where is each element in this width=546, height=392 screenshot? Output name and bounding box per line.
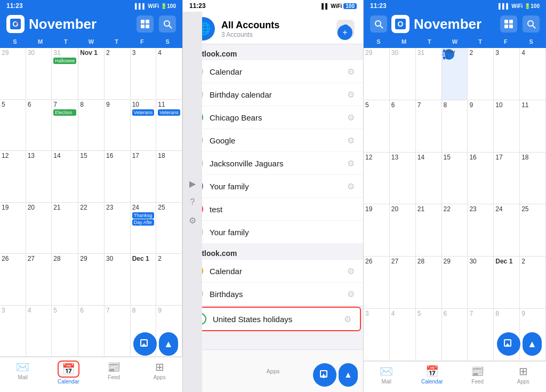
cal-cell[interactable]: 2 (156, 254, 182, 306)
cal-cell[interactable]: 5 (52, 306, 78, 357)
cal-cell[interactable]: 23 (105, 203, 131, 254)
calendar-item-chicago-bears[interactable]: Chicago Bears ⚙ (183, 106, 363, 129)
help-icon[interactable]: ? (190, 197, 195, 207)
cal-cell[interactable]: 27 (26, 254, 52, 306)
cal-cell[interactable]: 13 (390, 153, 416, 205)
cal-cell[interactable]: 12 (0, 151, 26, 203)
cal-cell[interactable]: 16 (105, 151, 131, 203)
cal-cell[interactable]: 30 (26, 48, 52, 100)
cal-cell[interactable]: 19 (0, 203, 26, 254)
cal-cell[interactable]: 3 (0, 306, 26, 357)
gear-icon-4[interactable]: ⚙ (347, 135, 355, 146)
cal-cell[interactable]: 17 (131, 151, 157, 203)
cal-cell[interactable]: 2 (105, 48, 131, 100)
cal-cell[interactable]: 8 (78, 100, 105, 151)
calendar-item-calendar[interactable]: Calendar ⚙ (183, 60, 363, 83)
cal-cell[interactable]: 31Hallowee (52, 48, 78, 100)
outlook-logo-right[interactable]: O (391, 15, 410, 33)
cal-cell[interactable]: 20 (390, 204, 416, 257)
cal-cell[interactable]: 8 (442, 100, 468, 153)
nav-apps-right[interactable]: ⊞ Apps (501, 365, 547, 385)
search-button-right[interactable] (523, 15, 540, 33)
nav-feed[interactable]: 📰 Feed (91, 361, 137, 385)
cal-cell[interactable]: 4 (156, 48, 182, 100)
cal-cell[interactable]: 14 (416, 153, 442, 205)
gear-icon-9[interactable]: ⚙ (344, 314, 351, 324)
calendar-item-birthdays2[interactable]: Birthdays ⚙ (183, 283, 363, 306)
search-button-right-left[interactable] (370, 15, 387, 33)
cal-cell[interactable]: 29 (0, 48, 26, 100)
calendar-item-us-holidays[interactable]: United States holidays ⚙ (185, 307, 361, 331)
gear-icon-7[interactable]: ⚙ (347, 266, 355, 276)
calendar-item-family1[interactable]: Your family ⚙ (183, 175, 363, 198)
gear-icon-3[interactable]: ⚙ (347, 113, 355, 123)
nav-calendar-right[interactable]: 📅 Calendar (410, 365, 455, 385)
expand-fab-right[interactable]: ▲ (523, 332, 542, 356)
cal-cell[interactable]: 29 (442, 257, 468, 309)
cal-cell[interactable]: 11Veterans (156, 100, 182, 151)
cal-cell[interactable]: 22 (78, 203, 105, 254)
cal-cell[interactable]: 29 (78, 254, 105, 306)
cal-cell[interactable]: 4 (26, 306, 52, 357)
cal-cell[interactable]: 26 (0, 254, 26, 306)
cal-cell[interactable]: 3 (364, 309, 390, 361)
nav-apps-left[interactable]: ⊞ Apps (137, 361, 183, 385)
cal-cell[interactable]: 3 (494, 48, 520, 100)
cal-cell[interactable]: 21 (52, 203, 78, 254)
cal-cell[interactable]: 6 (78, 306, 105, 357)
cal-cell[interactable]: 24 (494, 204, 520, 257)
nav-mail-right[interactable]: ✉️ Mail (364, 365, 410, 385)
cal-cell[interactable]: 16 (468, 153, 494, 205)
cal-cell[interactable]: 9 (468, 100, 494, 153)
search-button-left[interactable] (159, 15, 176, 33)
gear-icon-5[interactable]: ⚙ (347, 158, 355, 169)
cal-cell[interactable]: 22 (442, 204, 468, 257)
cal-cell[interactable]: 28 (52, 254, 78, 306)
cal-cell[interactable]: 17 (494, 153, 520, 205)
cal-cell[interactable]: 29 (364, 48, 390, 100)
cal-cell[interactable]: 25 (520, 204, 546, 257)
cal-cell[interactable]: 30 (390, 48, 416, 100)
cal-cell[interactable]: 10 (494, 100, 520, 153)
cal-cell[interactable]: 26 (364, 257, 390, 309)
nav-mail[interactable]: ✉️ Mail (0, 361, 46, 385)
cal-cell[interactable]: 5 (364, 100, 390, 153)
cal-cell[interactable]: 2 (520, 257, 546, 309)
settings-icon[interactable]: ⚙ (189, 215, 196, 226)
compose-fab-right[interactable] (497, 332, 520, 356)
cal-cell[interactable]: 9 (105, 100, 131, 151)
nav-calendar[interactable]: 📅 Calendar (46, 361, 92, 385)
gear-icon-6[interactable]: ⚙ (347, 181, 355, 191)
event-chip[interactable]: Veterans (158, 109, 180, 116)
event-chip[interactable]: Thanksg (132, 212, 155, 219)
cal-cell[interactable]: 19 (364, 204, 390, 257)
grid-view-button[interactable] (136, 15, 154, 33)
cal-cell[interactable]: 5 (416, 309, 442, 361)
gear-icon-8[interactable]: ⚙ (347, 289, 355, 299)
cal-cell[interactable]: 11 (520, 100, 546, 153)
event-chip[interactable]: Veterans (132, 109, 155, 116)
cal-cell[interactable]: 7 (416, 100, 442, 153)
cal-cell[interactable]: 15 (78, 151, 105, 203)
cal-cell[interactable]: 7 (468, 309, 494, 361)
calendar-item-calendar2[interactable]: ✓ Calendar ⚙ (183, 260, 363, 283)
cal-cell[interactable]: 6 (442, 309, 468, 361)
calendar-item-google[interactable]: Google ⚙ (183, 129, 363, 152)
cal-cell[interactable]: 31 (416, 48, 442, 100)
cal-cell[interactable]: 4 (390, 309, 416, 361)
middle-compose-fab[interactable] (313, 363, 336, 387)
nav-feed-right[interactable]: 📰 Feed (455, 365, 501, 385)
cal-cell[interactable]: 15 (442, 153, 468, 205)
cal-cell[interactable]: 5 (0, 100, 26, 151)
cal-cell[interactable]: 18 (520, 153, 546, 205)
cal-cell[interactable]: 10Veterans (131, 100, 157, 151)
calendar-item-birthday[interactable]: Birthday calendar ⚙ (183, 83, 363, 106)
expand-fab[interactable]: ▲ (159, 332, 178, 356)
calendar-item-test[interactable]: test (183, 198, 363, 221)
cal-cell[interactable]: 14 (52, 151, 78, 203)
gear-icon-2[interactable]: ⚙ (347, 90, 355, 100)
cal-cell[interactable]: 7Election (52, 100, 78, 151)
cal-cell[interactable]: 25 (156, 203, 182, 254)
event-chip[interactable]: Day Afte (132, 219, 155, 226)
cal-cell[interactable]: 3 (131, 48, 157, 100)
